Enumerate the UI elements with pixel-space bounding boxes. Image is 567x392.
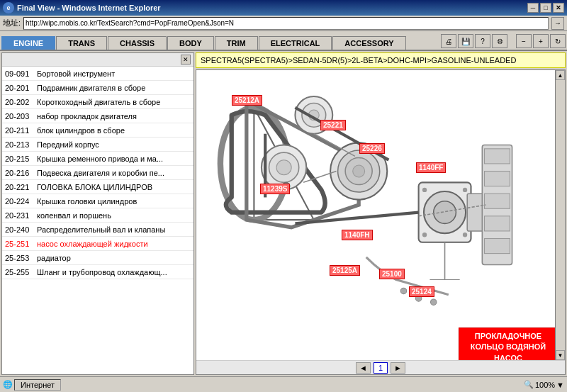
- main-area: ✕ 09-091 Бортовой инструмент 20-201 Подр…: [0, 51, 567, 376]
- item-code: 20-221: [5, 183, 37, 191]
- svg-rect-28: [485, 216, 510, 231]
- sidebar-item-09091[interactable]: 09-091 Бортовой инструмент: [2, 67, 193, 81]
- part-label-25125A[interactable]: 25125A: [330, 265, 360, 276]
- svg-rect-29: [485, 239, 510, 254]
- item-code: 20-215: [5, 155, 37, 163]
- sidebar-item-20213[interactable]: 20-213 Передний корпус: [2, 138, 193, 152]
- tab-engine[interactable]: ENGINE: [1, 36, 55, 50]
- content-area: SPECTRA5(SPECTRA5)>SEDAN-5DR(5)>2L-BETA>…: [196, 52, 566, 375]
- tab-trans[interactable]: TRANS: [56, 36, 107, 50]
- save-button[interactable]: 💾: [458, 34, 473, 48]
- part-label-25212A[interactable]: 25212A: [232, 95, 262, 106]
- item-label: Короткоходный двигатель в сборе: [37, 98, 160, 106]
- sidebar-close-button[interactable]: ✕: [181, 55, 191, 65]
- part-label-25226[interactable]: 25226: [359, 143, 385, 154]
- scroll-down-button[interactable]: ▼: [556, 350, 565, 360]
- sidebar: ✕ 09-091 Бортовой инструмент 20-201 Подр…: [1, 52, 194, 375]
- tab-body[interactable]: BODY: [167, 36, 214, 50]
- svg-point-4: [434, 201, 456, 224]
- item-label: набор прокладок двигателя: [37, 112, 137, 121]
- sidebar-item-25255[interactable]: 25-255 Шланг и трубопровод охлаждающ...: [2, 265, 193, 279]
- zoom-in-button[interactable]: +: [533, 34, 549, 48]
- sidebar-item-20215[interactable]: 20-215 Крышка ременного привода и ма...: [2, 152, 193, 166]
- go-icon: →: [554, 19, 561, 27]
- zoom-value: 100%: [535, 381, 555, 389]
- breadcrumb: SPECTRA5(SPECTRA5)>SEDAN-5DR(5)>2L-BETA>…: [196, 52, 566, 68]
- item-code: 20-224: [5, 197, 37, 206]
- tab-trim[interactable]: TRIM: [215, 36, 258, 50]
- part-label-25124[interactable]: 25124: [409, 286, 434, 297]
- title-bar-left: e Final View - Windows Internet Explorer: [3, 2, 161, 13]
- address-input[interactable]: [23, 17, 549, 30]
- settings-button[interactable]: ⚙: [492, 34, 507, 48]
- sidebar-item-20211[interactable]: 20-211 блок цилиндров в сборе: [2, 123, 193, 138]
- print-button[interactable]: 🖨: [441, 34, 456, 48]
- vertical-scrollbar[interactable]: ▲ ▼: [555, 70, 565, 360]
- item-code: 25-251: [5, 240, 37, 248]
- part-label-11239S[interactable]: 11239S: [260, 184, 290, 194]
- status-zone: Интернет: [14, 379, 61, 391]
- item-code: 20-211: [5, 126, 37, 135]
- address-label: 地址:: [3, 18, 21, 28]
- item-label: Бортовой инструмент: [37, 69, 115, 78]
- scroll-up-button[interactable]: ▲: [556, 70, 565, 80]
- svg-point-16: [276, 160, 291, 175]
- sidebar-item-20203[interactable]: 20-203 набор прокладок двигателя: [2, 109, 193, 123]
- sidebar-item-20231[interactable]: 20-231 коленвал и поршень: [2, 208, 193, 223]
- item-code: 25-255: [5, 268, 37, 276]
- sidebar-item-20216[interactable]: 20-216 Подвеска двигателя и коробки пе..…: [2, 166, 193, 180]
- svg-point-33: [400, 288, 406, 293]
- item-label: радиатор: [37, 254, 71, 262]
- address-bar: 地址: →: [0, 16, 567, 31]
- sidebar-item-20201[interactable]: 20-201 Подрамник двигателя в сборе: [2, 81, 193, 95]
- part-label-25221[interactable]: 25221: [320, 120, 346, 130]
- page-current: 1: [374, 362, 388, 374]
- zoom-out-button[interactable]: −: [516, 34, 532, 48]
- zoom-control: 🔍 100% ▼: [524, 380, 564, 389]
- item-code: 20-216: [5, 169, 37, 177]
- breadcrumb-text: SPECTRA5(SPECTRA5)>SEDAN-5DR(5)>2L-BETA>…: [201, 56, 516, 65]
- refresh-button[interactable]: ↻: [550, 34, 566, 48]
- close-button[interactable]: ✕: [553, 3, 564, 13]
- sidebar-item-20240[interactable]: 20-240 Распределительный вал и клапаны: [2, 223, 193, 237]
- item-code: 20-231: [5, 211, 37, 220]
- status-icon: 🌐: [3, 380, 13, 389]
- item-label: блок цилиндров в сборе: [37, 126, 125, 135]
- item-label: ГОЛОВКА БЛОКА ЦИЛИНДРОВ: [37, 183, 152, 191]
- item-label: Шланг и трубопровод охлаждающ...: [37, 268, 167, 276]
- go-button[interactable]: →: [551, 17, 564, 30]
- item-label: Подвеска двигателя и коробки пе...: [37, 169, 164, 177]
- tab-accessory[interactable]: ACCESSORY: [332, 36, 405, 50]
- item-code: 20-203: [5, 112, 37, 121]
- diagram-area: ▲ ▼: [196, 69, 566, 375]
- nav-tabs-row: ENGINE TRANS CHASSIS BODY TRIM ELECTRICA…: [0, 31, 567, 51]
- svg-rect-26: [485, 172, 510, 186]
- zoom-dropdown-icon[interactable]: ▼: [556, 381, 564, 389]
- sidebar-item-25253[interactable]: 25-253 радиатор: [2, 251, 193, 265]
- item-label: коленвал и поршень: [37, 211, 111, 220]
- item-label: Передний корпус: [37, 140, 99, 149]
- item-code: 20-240: [5, 225, 37, 234]
- sidebar-item-20224[interactable]: 20-224 Крышка головки цилиндров: [2, 194, 193, 208]
- sidebar-item-20202[interactable]: 20-202 Короткоходный двигатель в сборе: [2, 95, 193, 109]
- status-left: 🌐 Интернет: [3, 379, 61, 391]
- maximize-button[interactable]: □: [540, 3, 551, 13]
- part-label-1140FH[interactable]: 1140FH: [342, 230, 373, 240]
- sidebar-item-25251[interactable]: 25-251 насос охлаждающей жидкости: [2, 237, 193, 251]
- pump-assembly: [419, 182, 490, 242]
- minimize-button[interactable]: ─: [527, 3, 539, 13]
- svg-point-8: [463, 233, 467, 237]
- tab-chassis[interactable]: CHASSIS: [108, 36, 167, 50]
- sidebar-list: 09-091 Бортовой инструмент 20-201 Подрам…: [2, 67, 193, 374]
- zoom-icon: 🔍: [524, 380, 534, 389]
- sidebar-item-20221[interactable]: 20-221 ГОЛОВКА БЛОКА ЦИЛИНДРОВ: [2, 180, 193, 194]
- help-button[interactable]: ?: [475, 34, 490, 48]
- page-next-button[interactable]: ►: [391, 362, 405, 374]
- item-label: насос охлаждающей жидкости: [37, 240, 148, 248]
- page-prev-button[interactable]: ◄: [356, 362, 371, 374]
- part-label-25100[interactable]: 25100: [379, 269, 405, 279]
- svg-point-5: [422, 188, 427, 192]
- tab-electrical[interactable]: ELECTRICAL: [259, 36, 332, 50]
- engine-diagram-svg: [196, 70, 544, 340]
- part-label-1140FF[interactable]: 1140FF: [416, 162, 446, 173]
